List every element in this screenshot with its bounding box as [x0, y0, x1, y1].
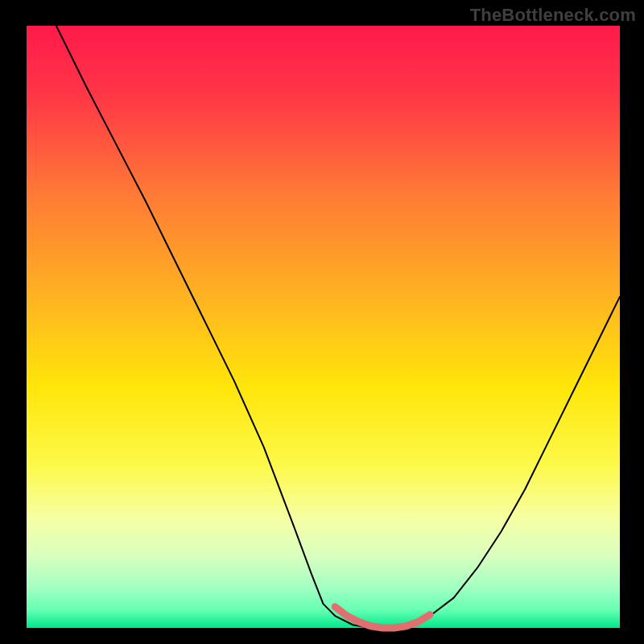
chart-stage: TheBottleneck.com: [0, 0, 644, 644]
watermark-text: TheBottleneck.com: [470, 5, 636, 26]
bottleneck-chart: [0, 0, 644, 644]
plot-background: [27, 26, 620, 628]
